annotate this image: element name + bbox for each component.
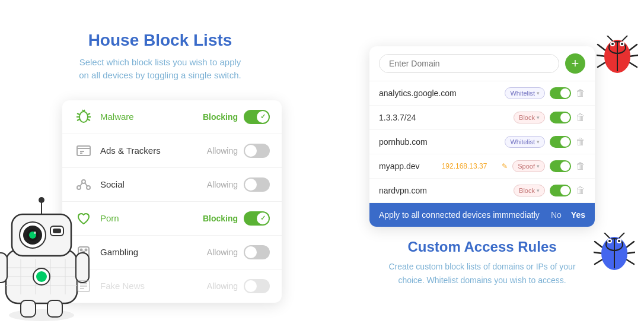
svg-point-40: [87, 186, 90, 189]
rule-domain-nardvpn: nardvpn.com: [379, 186, 509, 195]
svg-point-66: [611, 43, 614, 45]
svg-line-26: [77, 113, 79, 115]
tag-chevron-icon: ▾: [537, 90, 540, 96]
svg-line-42: [85, 183, 88, 186]
add-domain-button[interactable]: +: [565, 53, 585, 74]
ads-icon: [74, 141, 93, 160]
rule-domain-pornhub: pornhub.com: [379, 137, 500, 147]
porn-label: Porn: [100, 213, 203, 223]
right-title: Custom Access Rules: [407, 239, 556, 255]
gambling-status: Allowing: [207, 248, 238, 257]
apply-bar: Apply to all connected devices immmediat…: [369, 203, 595, 227]
gambling-toggle[interactable]: [244, 245, 270, 259]
svg-point-11: [39, 197, 44, 203]
svg-point-7: [34, 231, 36, 234]
list-item-fakenews: Fake News Allowing: [62, 269, 282, 303]
right-subtitle: Create custom block lists of domains or …: [381, 260, 583, 287]
svg-line-73: [626, 259, 634, 264]
svg-line-74: [604, 233, 610, 239]
list-item-malware: Malware Blocking ✓: [62, 100, 282, 134]
rule-delete-analytics[interactable]: 🗑: [576, 88, 585, 99]
access-rules-card: + analytics.google.com Whitelist ▾ 🗑 1.3…: [369, 46, 595, 227]
svg-line-29: [88, 113, 90, 115]
left-subtitle: Select which block lists you wish to app…: [79, 56, 241, 83]
svg-point-0: [9, 309, 74, 321]
svg-line-56: [629, 45, 637, 50]
rule-delete-ip[interactable]: 🗑: [576, 112, 585, 123]
rule-toggle-ip[interactable]: [550, 112, 571, 123]
tag-chevron-icon-5: ▾: [537, 188, 540, 194]
edit-ip-icon[interactable]: ✎: [502, 162, 508, 170]
rule-toggle-myapp[interactable]: [550, 160, 571, 172]
ads-toggle[interactable]: [244, 144, 270, 158]
svg-line-75: [619, 233, 624, 239]
porn-toggle[interactable]: ✓: [244, 211, 270, 226]
svg-point-38: [82, 180, 85, 183]
gambling-label: Gambling: [100, 247, 207, 257]
svg-line-41: [80, 183, 82, 186]
svg-point-25: [79, 112, 88, 122]
bug-red-decoration: [597, 36, 638, 77]
rule-domain-myapp: myapp.dev: [379, 161, 435, 171]
block-list-card: Malware Blocking ✓ Ads & Trackers Allowi…: [62, 100, 282, 303]
list-item-social: Social Allowing: [62, 168, 282, 202]
svg-point-81: [608, 240, 611, 242]
fakenews-label: Fake News: [100, 281, 207, 291]
domain-input-row: +: [369, 46, 595, 81]
rule-row-analytics: analytics.google.com Whitelist ▾ 🗑: [369, 81, 595, 106]
svg-rect-23: [21, 300, 36, 317]
rule-toggle-analytics[interactable]: [550, 87, 571, 99]
apply-yes-button[interactable]: Yes: [571, 210, 585, 220]
tag-chevron-icon-2: ▾: [537, 115, 540, 120]
svg-point-20: [36, 271, 47, 282]
rule-delete-nardvpn[interactable]: 🗑: [576, 185, 585, 196]
svg-line-53: [598, 45, 605, 50]
social-label: Social: [100, 179, 207, 189]
rule-row-pornhub: pornhub.com Whitelist ▾ 🗑: [369, 130, 595, 154]
malware-icon: [74, 107, 93, 126]
rule-row-myapp: myapp.dev 192.168.13.37 ✎ Spoof ▾ 🗑: [369, 154, 595, 179]
svg-point-82: [618, 240, 620, 242]
svg-rect-24: [47, 300, 62, 317]
malware-toggle[interactable]: ✓: [244, 110, 270, 124]
svg-line-58: [629, 62, 637, 67]
rule-ip-myapp: 192.168.13.37: [442, 162, 498, 170]
fakenews-toggle[interactable]: [244, 279, 270, 293]
ads-status: Allowing: [207, 146, 238, 156]
rule-tag-analytics[interactable]: Whitelist ▾: [505, 87, 545, 99]
bug-blue-decoration: [594, 233, 635, 274]
rule-tag-ip[interactable]: Block ▾: [514, 112, 545, 123]
domain-input[interactable]: [379, 54, 559, 73]
social-toggle[interactable]: [244, 177, 270, 192]
social-status: Allowing: [207, 180, 238, 189]
svg-line-59: [607, 36, 613, 42]
rule-tag-nardvpn[interactable]: Block ▾: [514, 185, 545, 196]
fakenews-icon: [74, 277, 93, 296]
rule-delete-pornhub[interactable]: 🗑: [576, 137, 585, 147]
tag-chevron-icon-4: ▾: [537, 163, 540, 169]
rule-toggle-nardvpn[interactable]: [550, 185, 571, 196]
porn-status: Blocking: [203, 214, 238, 223]
rule-tag-myapp[interactable]: Spoof ▾: [512, 160, 545, 172]
rule-domain-ip: 1.3.3.7/24: [379, 113, 509, 122]
svg-line-72: [626, 252, 635, 253]
svg-point-39: [77, 186, 81, 189]
svg-line-68: [595, 242, 602, 248]
malware-label: Malware: [100, 112, 203, 122]
svg-line-70: [595, 259, 602, 264]
rule-domain-analytics: analytics.google.com: [379, 88, 500, 98]
rule-delete-myapp[interactable]: 🗑: [576, 161, 585, 172]
rule-toggle-pornhub[interactable]: [550, 136, 571, 148]
list-item-porn: Porn Blocking ✓: [62, 202, 282, 236]
right-panel: + analytics.google.com Whitelist ▾ 🗑 1.3…: [320, 0, 644, 333]
svg-line-55: [598, 62, 605, 67]
rule-row-nardvpn: nardvpn.com Block ▾ 🗑: [369, 179, 595, 203]
apply-no-button[interactable]: No: [551, 210, 562, 220]
rule-tag-pornhub[interactable]: Whitelist ▾: [505, 136, 545, 148]
svg-line-69: [594, 252, 602, 253]
apply-text: Apply to all connected devices immmediat…: [379, 210, 551, 220]
svg-rect-21: [0, 253, 7, 283]
fakenews-status: Allowing: [207, 281, 238, 291]
svg-line-28: [77, 119, 79, 120]
ads-label: Ads & Trackers: [100, 145, 207, 156]
